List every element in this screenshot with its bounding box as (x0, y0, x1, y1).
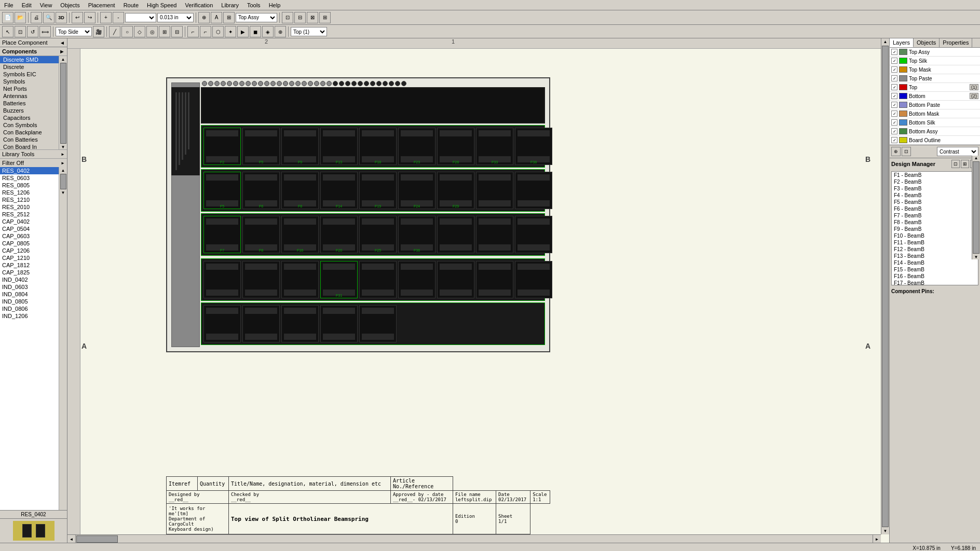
layer-check-top-assy[interactable]: ✓ (891, 49, 897, 55)
dm-icon-2[interactable]: ⊞ (961, 160, 969, 168)
new-btn[interactable]: 📄 (2, 12, 13, 23)
3d-btn[interactable]: 3D (56, 12, 67, 23)
draw-btn4[interactable]: ◎ (146, 26, 158, 37)
route-btn3[interactable]: ⬡ (212, 26, 224, 37)
layer-check-top-mask[interactable]: ✓ (891, 66, 897, 73)
ind-item-0603[interactable]: IND_0603 (0, 283, 59, 291)
res-scrollbar[interactable]: ▲ ▼ (59, 167, 67, 510)
right-scrollbar[interactable]: ▲ ▼ (972, 156, 980, 259)
zoom-btn[interactable]: 🔍 (43, 12, 55, 23)
tab-layers[interactable]: Layers (890, 38, 914, 47)
cap-item-0805[interactable]: CAP_0805 (0, 240, 59, 247)
print-btn[interactable]: 🖨 (31, 12, 42, 23)
layer-check-bottom-assy[interactable]: ✓ (891, 128, 897, 134)
res-item-1210[interactable]: RES_1210 (0, 196, 59, 203)
filter-off[interactable]: Filter Off ► (0, 158, 67, 167)
undo-btn[interactable]: ↩ (72, 12, 83, 23)
layer-icon-2[interactable]: ⊡ (902, 147, 911, 156)
route-btn1[interactable]: ⌐ (187, 26, 199, 37)
layer-bottom[interactable]: ✓ Bottom (2) (890, 92, 980, 101)
dm-item-f9[interactable]: F9 - BeamB (892, 226, 978, 232)
menu-placement[interactable]: Placement (86, 2, 117, 9)
zoom-in-btn[interactable]: + (100, 12, 112, 23)
res-item-2512[interactable]: RES_2512 (0, 211, 59, 218)
layer-check-bottom-mask[interactable]: ✓ (891, 111, 897, 117)
dm-item-f4[interactable]: F4 - BeamB (892, 192, 978, 199)
menu-objects[interactable]: Objects (58, 2, 81, 9)
scroll-thumb[interactable] (76, 535, 118, 543)
btn-b[interactable]: ⊟ (294, 12, 306, 23)
btn-a[interactable]: ⊡ (282, 12, 293, 23)
dm-item-f14[interactable]: F14 - BeamB (892, 259, 978, 266)
layer-check-bottom-silk[interactable]: ✓ (891, 119, 897, 126)
cat-scrollbar[interactable]: ▲ ▼ (59, 56, 67, 149)
btn-d[interactable]: ⊞ (319, 12, 331, 23)
menu-tools[interactable]: Tools (245, 2, 263, 9)
draw-btn3[interactable]: ◇ (134, 26, 145, 37)
route-btn6[interactable]: ◼ (250, 26, 261, 37)
ind-item-0806[interactable]: IND_0806 (0, 305, 59, 312)
res-item-2010[interactable]: RES_2010 (0, 203, 59, 211)
draw-btn5[interactable]: ⊞ (159, 26, 170, 37)
h-scrollbar[interactable]: ◄ ► (67, 534, 881, 543)
cap-item-1210[interactable]: CAP_1210 (0, 254, 59, 261)
redo-btn[interactable]: ↪ (84, 12, 96, 23)
ind-item-0805[interactable]: IND_0805 (0, 298, 59, 305)
cat-con-board[interactable]: Con Board In (0, 143, 59, 149)
copy-btn[interactable]: ⊕ (198, 12, 210, 23)
cat-con-batteries[interactable]: Con Batteries (0, 136, 59, 143)
cat-net-ports[interactable]: Net Ports (0, 85, 59, 92)
dm-item-f10[interactable]: F10 - BeamB (892, 232, 978, 239)
cam-btn[interactable]: 🎥 (93, 26, 104, 37)
layer-bottom-silk[interactable]: ✓ Bottom Silk (890, 118, 980, 127)
layer-check-top[interactable]: ✓ (891, 84, 897, 90)
tab-objects[interactable]: Objects (914, 38, 940, 47)
dm-item-f11[interactable]: F11 - BeamB (892, 239, 978, 246)
layer-check-bottom[interactable]: ✓ (891, 93, 897, 99)
cap-item-1825[interactable]: CAP_1825 (0, 269, 59, 276)
contrast-select[interactable]: Contrast (937, 147, 978, 156)
res-item-0603[interactable]: RES_0603 (0, 174, 59, 182)
mir-btn[interactable]: ⟺ (39, 26, 51, 37)
layer-top[interactable]: ✓ Top (1) (890, 83, 980, 92)
cap-item-0402[interactable]: CAP_0402 (0, 218, 59, 225)
layer-top-mask[interactable]: ✓ Top Mask (890, 65, 980, 74)
sel-btn[interactable]: ↖ (2, 26, 13, 37)
cap-item-1206[interactable]: CAP_1206 (0, 247, 59, 254)
menu-route[interactable]: Route (121, 2, 141, 9)
dm-item-f8[interactable]: F8 - BeamB (892, 219, 978, 226)
layer-board-outline[interactable]: ✓ Board Outline (890, 136, 980, 145)
collapse-icon[interactable]: ◄ (60, 40, 65, 46)
route-btn5[interactable]: ▶ (237, 26, 249, 37)
scroll-left-btn[interactable]: ◄ (67, 535, 76, 543)
cat-symbols[interactable]: Symbols (0, 78, 59, 85)
draw-btn6[interactable]: ⊟ (171, 26, 183, 37)
layer-top-assy[interactable]: ✓ Top Assy (890, 48, 980, 57)
v-scrollbar[interactable]: ▲ ▼ (881, 38, 889, 534)
res-item-0402[interactable]: RES_0402 (0, 167, 59, 174)
ind-item-0402[interactable]: IND_0402 (0, 276, 59, 283)
layer-check-top-silk[interactable]: ✓ (891, 58, 897, 64)
dm-item-f6[interactable]: F6 - BeamB (892, 205, 978, 212)
tab-properties[interactable]: Properties (940, 38, 972, 47)
route-btn2[interactable]: ⌐ (200, 26, 211, 37)
menu-highspeed[interactable]: High Speed (145, 2, 179, 9)
route-btn8[interactable]: ⊕ (275, 26, 286, 37)
cat-antennas[interactable]: Antennas (0, 92, 59, 100)
layer-check-board-outline[interactable]: ✓ (891, 137, 897, 143)
route-btn4[interactable]: ✦ (225, 26, 236, 37)
dm-item-f17[interactable]: F17 - BeamB (892, 280, 978, 285)
grp-btn[interactable]: ⊡ (15, 26, 26, 37)
cat-discrete-smd[interactable]: Discrete SMD (0, 56, 59, 63)
library-tools[interactable]: Library Tools ► (0, 149, 67, 158)
zoom-select[interactable]: 150% (125, 13, 156, 22)
dm-item-f1[interactable]: F1 - BeamB (892, 172, 978, 178)
rot-btn[interactable]: ↺ (27, 26, 38, 37)
cat-discrete[interactable]: Discrete (0, 63, 59, 71)
cat-con-backplane[interactable]: Con Backplane (0, 129, 59, 136)
dm-item-f7[interactable]: F7 - BeamB (892, 212, 978, 219)
cat-capacitors[interactable]: Capacitors (0, 114, 59, 121)
layer-check-bottom-paste[interactable]: ✓ (891, 102, 897, 108)
layer-bottom-mask[interactable]: ✓ Bottom Mask (890, 109, 980, 118)
cap-item-0504[interactable]: CAP_0504 (0, 225, 59, 232)
